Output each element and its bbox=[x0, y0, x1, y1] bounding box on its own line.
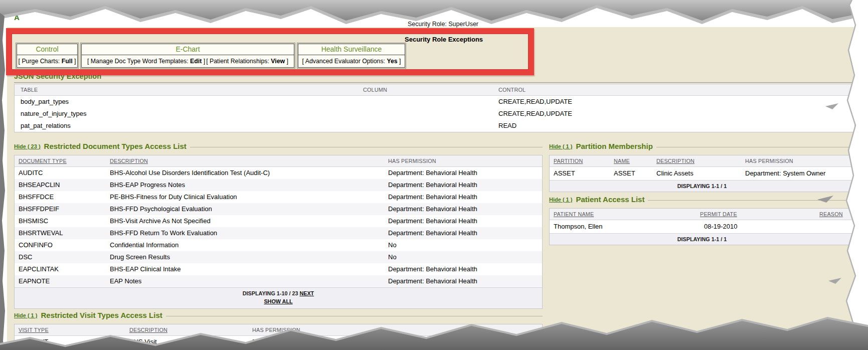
restricted-visits-section-header: Hide ( 1 ) Restricted Visit Types Access… bbox=[14, 311, 543, 319]
cell-desc: EAP Notes bbox=[110, 275, 141, 287]
annotation-red-box bbox=[6, 28, 534, 75]
section-title: Patient Access List bbox=[576, 195, 644, 204]
restricted-documents-section-header: Hide ( 23 ) Restricted Document Types Ac… bbox=[14, 142, 543, 150]
cell-control: READ bbox=[498, 120, 516, 132]
table-row: BHSEAPCLINBHS-EAP Progress NotesDepartme… bbox=[15, 179, 542, 191]
section-rule bbox=[166, 316, 543, 316]
table-header-row: PARTITION NAME DESCRIPTION HAS PERMISSIO… bbox=[550, 155, 854, 167]
column-header-control: CONTROL bbox=[498, 84, 526, 95]
security-role-label: Security Role: SuperUser bbox=[408, 21, 478, 28]
pager-next-link[interactable]: NEXT bbox=[299, 290, 314, 296]
table-pager bbox=[15, 348, 542, 350]
cell-perm: Department: Behavioral Health bbox=[388, 215, 477, 227]
table-row: nature_of_injury_typesCREATE,READ,UPDATE bbox=[15, 108, 854, 120]
restricted-visits-table: VISIT TYPE DESCRIPTION HAS PERMISSION BH… bbox=[14, 324, 543, 350]
table-body: Thompson, Ellen08-19-2010 bbox=[550, 220, 854, 233]
left-tear-ridge bbox=[0, 13, 5, 350]
column-header-permit-date[interactable]: PERMIT DATE bbox=[700, 209, 737, 220]
top-tear bbox=[0, 0, 868, 21]
cell-table: pat_pat_relations bbox=[21, 120, 71, 132]
hide-link[interactable]: Hide ( 23 ) bbox=[14, 143, 41, 149]
screenshot-root: A Security Role: SuperUser Security Role… bbox=[0, 0, 868, 350]
column-header-has-permission: HAS PERMISSION bbox=[252, 324, 300, 335]
cell-date: 08-19-2010 bbox=[704, 220, 738, 233]
table-row: EAPCLINTAKBHS-EAP Clinical IntakeDepartm… bbox=[15, 263, 542, 275]
cell-perm: Department: Behavioral Health bbox=[388, 227, 477, 239]
column-header-visit-type[interactable]: VISIT TYPE bbox=[19, 324, 49, 335]
cell-desc: BHS-FFD Return To Work Evaluation bbox=[110, 227, 217, 239]
cell-name: ASSET bbox=[614, 167, 635, 180]
table-pager: DISPLAYING 1-1 / 1 bbox=[550, 233, 854, 245]
column-header-document-type[interactable]: DOCUMENT TYPE bbox=[19, 155, 67, 166]
hide-link[interactable]: Hide ( 1 ) bbox=[549, 143, 572, 149]
cell-desc: BHS-Visit Archive As Not Specified bbox=[110, 215, 211, 227]
table-header-row: TABLE COLUMN CONTROL bbox=[15, 84, 854, 96]
partition-membership-table: PARTITION NAME DESCRIPTION HAS PERMISSIO… bbox=[549, 155, 855, 192]
cell-perm: Department: Behavioral Health bbox=[252, 336, 341, 348]
column-header-name[interactable]: NAME bbox=[614, 155, 630, 166]
cell-type: BHSFFDCE bbox=[19, 191, 54, 203]
column-header-description[interactable]: DESCRIPTION bbox=[656, 155, 695, 166]
cell-perm: Department: Behavioral Health bbox=[388, 203, 477, 215]
column-header-patient-name[interactable]: PATIENT NAME bbox=[554, 209, 594, 220]
column-header-partition[interactable]: PARTITION bbox=[554, 155, 583, 166]
cell-table: body_part_types bbox=[21, 96, 69, 108]
table-body: BHSVISITBHS VisitDepartment: Behavioral … bbox=[15, 336, 542, 348]
cell-perm: No bbox=[388, 251, 397, 263]
cell-partition: ASSET bbox=[554, 167, 575, 180]
table-row: BHSRTWEVALBHS-FFD Return To Work Evaluat… bbox=[15, 227, 542, 239]
table-row: BHSVISITBHS VisitDepartment: Behavioral … bbox=[15, 336, 542, 348]
cell-desc: BHS-EAP Clinical Intake bbox=[110, 263, 181, 275]
cell-perm: Department: Behavioral Health bbox=[388, 191, 477, 203]
cell-table: nature_of_injury_types bbox=[21, 108, 87, 120]
section-rule bbox=[648, 200, 855, 201]
cell-desc: BHS-EAP Progress Notes bbox=[110, 179, 185, 191]
cell-type: AUDITC bbox=[19, 167, 43, 179]
cell-desc: BHS-Alcohol Use Disorders Identification… bbox=[110, 167, 270, 179]
table-row: body_part_typesCREATE,READ,UPDATE bbox=[15, 96, 854, 108]
table-row: ASSETASSETClinic AssetsDepartment: Syste… bbox=[550, 167, 854, 180]
table-row: Thompson, Ellen08-19-2010 bbox=[550, 220, 854, 233]
json-security-table: TABLE COLUMN CONTROL body_part_typesCREA… bbox=[14, 84, 855, 132]
table-row: BHSFFDPEIFBHS-FFD Psychological Evaluati… bbox=[15, 203, 542, 215]
cell-perm: Department: Behavioral Health bbox=[388, 179, 477, 191]
cell-control: CREATE,READ,UPDATE bbox=[498, 96, 572, 108]
cell-type: BHSMISC bbox=[19, 215, 48, 227]
torn-heading-fragment: A bbox=[14, 13, 20, 22]
table-row: BHSMISCBHS-Visit Archive As Not Specifie… bbox=[15, 215, 542, 227]
table-row: pat_pat_relationsREAD bbox=[15, 120, 854, 132]
cell-type: BHSRTWEVAL bbox=[19, 227, 63, 239]
cell-type: CONFINFO bbox=[19, 239, 53, 251]
section-rule bbox=[656, 147, 855, 147]
cell-desc: Clinic Assets bbox=[656, 167, 693, 180]
cell-name: Thompson, Ellen bbox=[554, 220, 603, 233]
cell-perm: Department: Behavioral Health bbox=[388, 167, 477, 179]
pager-displaying: DISPLAYING 1-10 / 23 bbox=[243, 290, 298, 296]
cell-control: CREATE,READ,UPDATE bbox=[498, 108, 572, 120]
restricted-documents-table: DOCUMENT TYPE DESCRIPTION HAS PERMISSION… bbox=[14, 155, 543, 309]
column-header-description[interactable]: DESCRIPTION bbox=[129, 324, 167, 335]
hide-link[interactable]: Hide ( 1 ) bbox=[14, 312, 37, 318]
patient-access-section-header: Hide ( 1 ) Patient Access List bbox=[549, 195, 855, 204]
column-header-table: TABLE bbox=[21, 84, 38, 95]
table-row: BHSFFDCEPE-BHS-Fitness for Duty Clinical… bbox=[15, 191, 542, 203]
table-row: DSCDrug Screen ResultsNo bbox=[15, 251, 542, 263]
hide-link[interactable]: Hide ( 1 ) bbox=[549, 197, 572, 203]
patient-access-table: PATIENT NAME PERMIT DATE REASON Thompson… bbox=[549, 208, 855, 245]
cell-desc: Confidential Information bbox=[110, 239, 179, 251]
column-header-description[interactable]: DESCRIPTION bbox=[110, 155, 148, 166]
cell-desc: PE-BHS-Fitness for Duty Clinical Evaluat… bbox=[110, 191, 237, 203]
table-header-row: PATIENT NAME PERMIT DATE REASON bbox=[550, 209, 854, 220]
table-header-row: DOCUMENT TYPE DESCRIPTION HAS PERMISSION bbox=[15, 155, 542, 167]
column-header-column: COLUMN bbox=[363, 84, 387, 95]
column-header-reason[interactable]: REASON bbox=[819, 209, 843, 220]
partition-membership-section-header: Hide ( 1 ) Partition Membership bbox=[549, 142, 855, 150]
pager-show-all-link[interactable]: SHOW ALL bbox=[264, 298, 292, 304]
cell-type: EAPNOTE bbox=[19, 275, 50, 287]
cell-perm: Department: Behavioral Health bbox=[388, 275, 477, 287]
cell-type: DSC bbox=[19, 251, 32, 263]
cell-desc: Drug Screen Results bbox=[110, 251, 170, 263]
section-title: Restricted Visit Types Access List bbox=[41, 311, 162, 319]
cell-desc: BHS Visit bbox=[129, 336, 157, 348]
table-header-row: VISIT TYPE DESCRIPTION HAS PERMISSION bbox=[15, 324, 542, 336]
